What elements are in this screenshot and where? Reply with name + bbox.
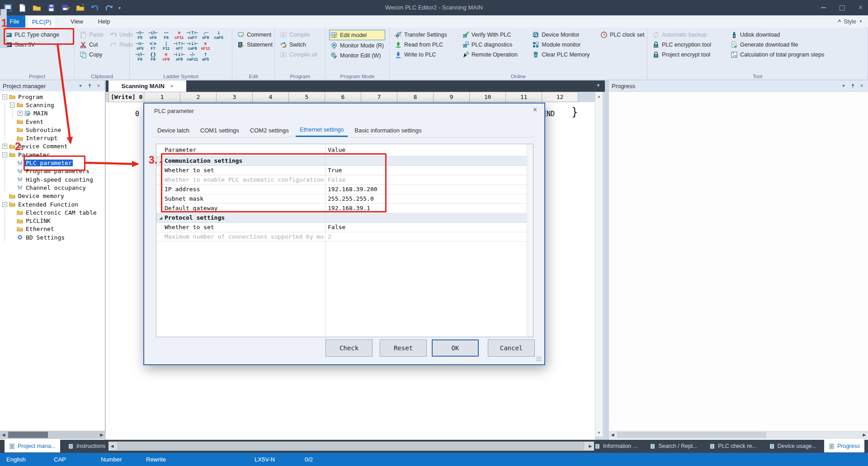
- tree-item-main[interactable]: +MAIN: [0, 109, 105, 118]
- dock-tab-search-repl[interactable]: Search / Repl...: [645, 440, 702, 452]
- ladder-f9-button[interactable]: —F9: [160, 30, 173, 41]
- minimize-icon[interactable]: [821, 7, 826, 8]
- dock-tab-information[interactable]: Information ...: [590, 440, 642, 452]
- menu-tab-file[interactable]: File: [4, 15, 25, 28]
- plc-encryption-tool-button[interactable]: PLC encryption tool: [651, 40, 726, 49]
- panel-dropdown-icon[interactable]: ▼: [840, 82, 847, 89]
- plc-type-change-button[interactable]: PLC Type change: [4, 30, 61, 39]
- editor-vscrollbar[interactable]: ▲ ▼: [595, 92, 603, 437]
- verify-with-plc-button[interactable]: Verify With PLC: [461, 30, 527, 39]
- tree-expander-icon[interactable]: +: [18, 111, 23, 116]
- scrollbar-thumb[interactable]: [0, 9, 7, 48]
- scroll-up-icon[interactable]: ▲: [595, 93, 603, 100]
- ladder-caf8-button[interactable]: ⊣↓⊢caF8: [186, 41, 199, 52]
- tab-scanning-main[interactable]: Scanning MAIN ×: [108, 80, 186, 92]
- maximize-icon[interactable]: [840, 5, 845, 10]
- statement-button[interactable]: Statement: [236, 40, 274, 49]
- tree-expander-icon[interactable]: −: [2, 152, 7, 157]
- ladder-caf11-button[interactable]: -/-caF11: [186, 52, 199, 62]
- panel-pin-icon[interactable]: [849, 82, 856, 89]
- write-to-plc-button[interactable]: Write to PLC: [393, 50, 457, 59]
- tree-item-plc-parameter[interactable]: PLC parameter: [0, 159, 105, 167]
- dialog-tab-com2-settings[interactable]: COM2 settings: [246, 123, 293, 137]
- menu-tab-view[interactable]: View: [66, 15, 88, 28]
- collapse-triangle-icon[interactable]: [159, 217, 162, 220]
- parameter-row-whether-to-enable-plc-automatic-configuration[interactable]: Whether to enable PLC automatic configur…: [156, 175, 533, 185]
- module-monitor-button[interactable]: Module monitor: [531, 40, 595, 49]
- tab-close-icon[interactable]: ×: [170, 83, 174, 89]
- dock-tab-progress[interactable]: Progress: [824, 440, 864, 452]
- close-icon[interactable]: ×: [859, 4, 863, 11]
- tab-list-dropdown-icon[interactable]: ▼: [596, 83, 600, 88]
- copy-button[interactable]: Copy: [78, 50, 105, 59]
- tree-item-event[interactable]: Event: [0, 118, 105, 126]
- dock-tab-device-usage[interactable]: Device usage...: [764, 440, 821, 452]
- scroll-right-icon[interactable]: ▶: [98, 431, 105, 439]
- parameter-row-subnet-mask[interactable]: Subnet mask255.255.255.0: [156, 194, 533, 204]
- menu-tab-help[interactable]: Help: [93, 15, 115, 28]
- generate-download-file-button[interactable]: Generate download file: [729, 40, 865, 49]
- ladder-f7-button[interactable]: <>F7: [146, 41, 160, 52]
- start-3v-button[interactable]: Start 3V: [4, 40, 61, 49]
- panel-splitter[interactable]: [605, 80, 609, 440]
- ladder-cf11-button[interactable]: ×cF11: [173, 30, 186, 41]
- tree-item-bd-settings[interactable]: BD Settings: [0, 233, 105, 241]
- panel-pin-icon[interactable]: [86, 82, 93, 89]
- read-from-plc-button[interactable]: Read from PLC: [393, 40, 457, 49]
- ladder-sf11-button[interactable]: ×sF11: [199, 41, 212, 52]
- dialog-tab-ethernet-settings[interactable]: Ethernet settings: [296, 123, 348, 137]
- style-dropdown-icon[interactable]: ▼: [859, 19, 863, 24]
- plc-diagnostics-button[interactable]: PLC diagnostics: [461, 40, 527, 49]
- udisk-download-button[interactable]: Udisk download: [729, 30, 865, 39]
- tree-item-ethernet[interactable]: Ethernet: [0, 225, 105, 233]
- tree-expander-icon[interactable]: −: [2, 94, 7, 99]
- monitor-mode-r-button[interactable]: Monitor Mode (R): [329, 41, 385, 50]
- tree-expander-icon[interactable]: −: [2, 202, 7, 207]
- style-control[interactable]: ^ Style ▼: [838, 15, 863, 28]
- monitor-edit-w-button[interactable]: Monitor Edit (W): [329, 51, 385, 60]
- ladder-sf8-button[interactable]: ⊣↓⊢sF8: [173, 52, 186, 62]
- edit-model-button[interactable]: Edit model: [329, 30, 385, 40]
- scrollbar-thumb[interactable]: [8, 432, 48, 438]
- calculation-of-total-program-steps-button[interactable]: Calculation of total program steps: [729, 50, 865, 59]
- parameter-row-default-gateway[interactable]: Default gateway192.168.39.1: [156, 204, 533, 213]
- dialog-tab-com1-settings[interactable]: COM1 settings: [196, 123, 243, 137]
- cancel-button[interactable]: Cancel: [488, 339, 535, 357]
- ladder-sf7-button[interactable]: ⊣↑⊢sF7: [173, 41, 186, 52]
- panel-close-icon[interactable]: ×: [95, 82, 102, 89]
- tree-item-high-speed-counting[interactable]: High-speed counting: [0, 175, 105, 184]
- tree-item-channel-occupancy[interactable]: Channel occupancy: [0, 184, 105, 192]
- ladder-f5-button[interactable]: ⊣⊢F5: [133, 30, 146, 41]
- panel-close-icon[interactable]: ×: [858, 82, 865, 89]
- dialog-tab-device-latch[interactable]: Device latch: [153, 123, 193, 137]
- dialog-resize-grip[interactable]: [536, 356, 542, 362]
- scroll-right-icon[interactable]: ▶: [861, 431, 868, 439]
- switch-button[interactable]: Switch: [278, 40, 319, 49]
- panel-dropdown-icon[interactable]: ▼: [77, 82, 84, 89]
- tree-expander-icon[interactable]: −: [10, 103, 15, 108]
- scrollbar-thumb[interactable]: [617, 432, 766, 438]
- ladder-sf5-button[interactable]: ⊣⊢sF5: [133, 41, 146, 52]
- scroll-left-icon[interactable]: ◀: [0, 431, 7, 439]
- dock-tab-instructions[interactable]: Instructions: [63, 440, 110, 452]
- cut-button[interactable]: Cut: [78, 40, 105, 49]
- dialog-close-icon[interactable]: ×: [533, 106, 537, 114]
- ladder-f8-button[interactable]: {}F8: [146, 52, 160, 62]
- scrollbar-thumb[interactable]: [118, 442, 584, 450]
- collapse-ribbon-icon[interactable]: ^: [838, 19, 841, 25]
- scroll-left-icon[interactable]: ◀: [609, 431, 616, 439]
- ladder-caf7-button[interactable]: ⊣↑⊢caF7: [186, 30, 199, 41]
- tree-item-parameter[interactable]: −Parameter: [0, 151, 105, 159]
- dock-tab-project-mana[interactable]: Project mana...: [5, 440, 60, 452]
- tree-item-device-memory[interactable]: Device memory: [0, 192, 105, 200]
- check-button[interactable]: Check: [326, 339, 373, 357]
- dialog-tab-basic-information-settings[interactable]: Basic information settings: [350, 123, 425, 137]
- parameter-row-whether-to-set[interactable]: Whether to setFalse: [156, 223, 533, 232]
- table-vscrollbar[interactable]: [527, 144, 533, 337]
- ok-button[interactable]: OK: [432, 339, 479, 357]
- parameter-row-maximum-number-of-connections-supported-by-mo[interactable]: Maximum number of connections supported …: [156, 232, 533, 242]
- reset-button[interactable]: Reset: [380, 339, 427, 357]
- parameter-row-whether-to-set[interactable]: Whether to setTrue: [156, 166, 533, 175]
- tree-item-electronic-cam-table[interactable]: Electronic CAM table: [0, 208, 105, 217]
- tree-item-scanning[interactable]: −Scanning: [0, 101, 105, 109]
